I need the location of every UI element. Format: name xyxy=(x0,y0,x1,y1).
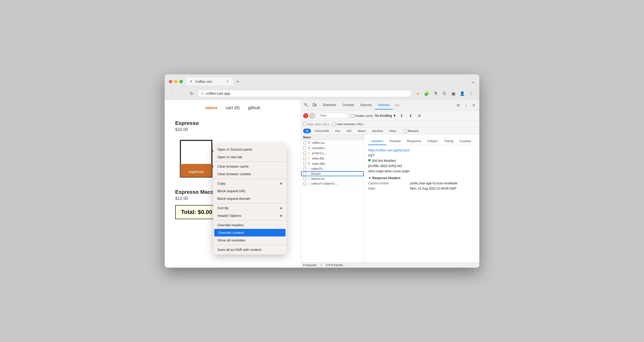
details-cache-control-row: Cache-Control: public,max-age=0,must-rev… xyxy=(368,181,475,185)
row-checkbox[interactable] xyxy=(303,146,306,150)
fullscreen-button[interactable] xyxy=(179,80,183,83)
ctx-header-options[interactable]: Header Options ▶ xyxy=(213,212,287,219)
ctx-open-new-tab[interactable]: Open in new tab xyxy=(213,153,287,161)
disable-cache-checkbox[interactable] xyxy=(350,114,354,118)
details-tab-timing[interactable]: Timing xyxy=(441,138,457,145)
ctx-override-headers[interactable]: Override headers xyxy=(213,221,287,229)
tab-elements[interactable]: Elements xyxy=(320,101,339,109)
clear-button[interactable]: ⊘ xyxy=(309,113,315,118)
blocked-requests-label[interactable]: Blocked xyxy=(404,129,418,133)
ctx-save-har[interactable]: Save all as HAR with content xyxy=(213,246,287,253)
ctx-show-all-overrides[interactable]: Show all overrides xyxy=(213,236,287,244)
grammarly-icon[interactable]: G xyxy=(441,90,448,97)
network-file-row-listjson[interactable]: □ list.json xyxy=(301,171,364,176)
ctx-open-sources[interactable]: Open in Sources panel xyxy=(213,146,287,153)
network-file-row[interactable]: □ collect?v... xyxy=(301,166,364,171)
devtools-more-icon[interactable]: ⋮ xyxy=(463,102,469,109)
profile-icon[interactable]: 👤 xyxy=(458,90,466,97)
address-bar: ← → ↻ ⊙ coffee-cart.app ★ 🧩 ⚗ G ▣ 👤 ⋮ xyxy=(165,87,479,100)
ctx-clear-cache[interactable]: Clear browser cache xyxy=(213,163,287,170)
filter-manifest[interactable]: Manifest xyxy=(370,129,385,133)
details-tab-response[interactable]: Response xyxy=(404,138,424,145)
browser-tab[interactable]: ▼ Coffee cart ✕ xyxy=(186,78,233,85)
filter-doc[interactable]: Doc xyxy=(333,129,343,133)
network-file-row[interactable]: ☑ index-b85... xyxy=(301,161,364,166)
download-icon[interactable]: ⬇ xyxy=(407,112,414,119)
row-checkbox[interactable] xyxy=(303,141,306,144)
details-url-row: https://coffee-cart.app/list.json xyxy=(368,148,475,152)
file-icon: □ xyxy=(308,167,310,170)
address-input[interactable]: ⊙ coffee-cart.app xyxy=(197,90,412,97)
tab-menu-icon[interactable]: ⌄ xyxy=(471,79,475,84)
hide-extension-urls-checkbox[interactable] xyxy=(332,123,336,126)
network-file-list: Name ☰ coffee-ca... ☑ normalize... xyxy=(301,135,364,262)
tab-console[interactable]: Console xyxy=(339,101,357,109)
filter-wasm[interactable]: Wasm xyxy=(355,129,368,133)
row-checkbox[interactable] xyxy=(303,182,306,185)
row-checkbox[interactable] xyxy=(303,152,306,155)
response-headers-title: ▼ Response Headers xyxy=(368,176,475,180)
details-tab-preview[interactable]: Preview xyxy=(386,138,404,145)
network-table-area: Name ☰ coffee-ca... ☑ normalize... xyxy=(301,135,479,262)
extensions-icon[interactable]: 🧩 xyxy=(423,90,431,97)
network-file-row[interactable]: □ favicon.ico xyxy=(301,176,364,181)
new-tab-button[interactable]: + xyxy=(234,78,242,85)
details-tab-headers[interactable]: Headers xyxy=(368,138,386,145)
row-checkbox[interactable] xyxy=(303,157,306,160)
reload-button[interactable]: ↻ xyxy=(188,90,195,97)
sidebar-icon[interactable]: ▣ xyxy=(449,90,457,97)
nav-github-link[interactable]: github xyxy=(248,105,260,111)
close-button[interactable] xyxy=(169,80,172,83)
ctx-clear-cookies[interactable]: Clear browser cookies xyxy=(213,170,287,178)
nav-menu-link[interactable]: menu xyxy=(205,105,217,111)
row-checkbox[interactable] xyxy=(303,177,306,180)
tab-network[interactable]: Network xyxy=(375,101,393,109)
filter-other[interactable]: Other xyxy=(387,129,399,133)
row-checkbox-listjson[interactable] xyxy=(303,172,306,175)
throttling-select[interactable]: No throttling ▼ xyxy=(375,114,396,118)
bookmark-icon[interactable]: ★ xyxy=(414,90,422,97)
filter-fetch-xhr[interactable]: Fetch/XHR xyxy=(313,129,331,133)
settings-icon[interactable]: ⚙ xyxy=(455,102,461,109)
device-toolbar-icon[interactable] xyxy=(311,102,318,109)
disable-cache-label[interactable]: Disable cache xyxy=(350,114,373,118)
element-picker-icon[interactable] xyxy=(303,102,310,109)
ctx-copy[interactable]: Copy ▶ xyxy=(213,180,287,187)
record-button[interactable] xyxy=(303,113,308,118)
row-checkbox[interactable] xyxy=(303,167,306,170)
forward-button[interactable]: → xyxy=(178,90,186,97)
details-tab-cookies[interactable]: Cookies xyxy=(457,138,474,145)
hide-extension-urls-label[interactable]: Hide extension URLs xyxy=(332,123,364,126)
filter-all[interactable]: All xyxy=(303,129,311,133)
details-tab-initiator[interactable]: Initiator xyxy=(424,138,441,145)
ctx-block-url[interactable]: Block request URL xyxy=(213,187,287,195)
filter-ws[interactable]: WS xyxy=(345,129,354,133)
more-tabs-button[interactable]: >> xyxy=(393,102,401,108)
network-file-row[interactable]: ☰ coffee-ca... xyxy=(301,140,364,145)
ctx-sort-by[interactable]: Sort By ▶ xyxy=(213,204,287,212)
flask-icon[interactable]: ⚗ xyxy=(432,90,439,97)
hide-data-urls-checkbox[interactable] xyxy=(303,122,307,125)
menu-icon[interactable]: ⋮ xyxy=(467,90,475,97)
network-file-row[interactable]: ☑ index-8bf... xyxy=(301,156,364,161)
network-file-row[interactable]: ☑ normalize... xyxy=(301,145,364,151)
back-button[interactable]: ← xyxy=(169,90,176,97)
filter-input[interactable] xyxy=(317,113,348,119)
network-file-row[interactable]: ☑ js?id=G-L... xyxy=(301,151,364,156)
network-settings-icon[interactable]: ⚙ xyxy=(416,112,423,119)
details-method-row: GET xyxy=(368,154,475,157)
minimize-button[interactable] xyxy=(174,80,178,83)
network-file-row[interactable]: □ collect?v=2&tid=G-... xyxy=(301,181,364,186)
nav-cart-link[interactable]: cart (0) xyxy=(226,105,240,111)
blocked-requests-checkbox[interactable] xyxy=(404,129,407,133)
devtools-close-icon[interactable]: ✕ xyxy=(470,102,477,109)
ctx-override-content[interactable]: Override content xyxy=(214,229,286,236)
upload-icon[interactable]: ⬆ xyxy=(398,112,405,119)
row-checkbox[interactable] xyxy=(303,162,306,165)
tab-sources[interactable]: Sources xyxy=(357,101,375,109)
ctx-block-domain[interactable]: Block request domain xyxy=(213,195,287,202)
file-icon: ☑ xyxy=(308,146,310,150)
tab-title: Coffee cart xyxy=(195,80,223,84)
ctx-sort-arrow: ▶ xyxy=(280,206,282,210)
tab-close-button[interactable]: ✕ xyxy=(225,79,229,84)
